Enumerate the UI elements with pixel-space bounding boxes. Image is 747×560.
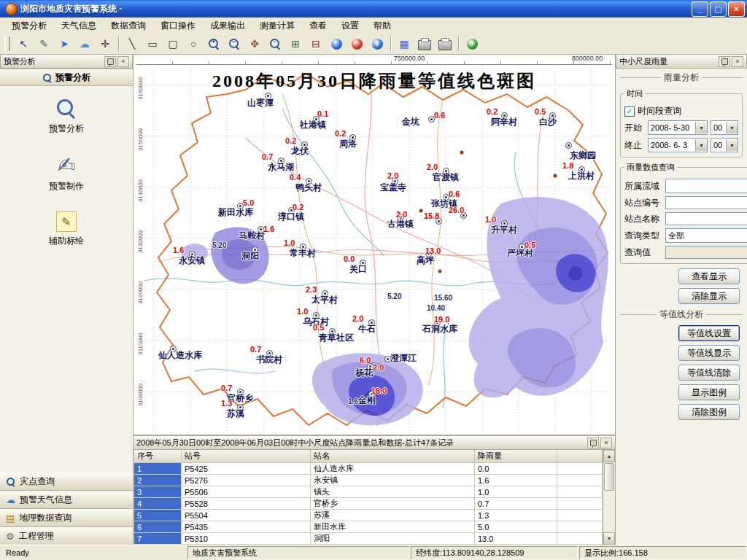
station-marker[interactable] — [565, 142, 572, 149]
fixed-zoom-in-tool-icon[interactable]: ⊞ — [286, 35, 305, 53]
time-range-checkbox[interactable]: ✓ — [624, 106, 635, 117]
left-panel-pin-button[interactable] — [104, 56, 116, 67]
table-row[interactable]: 5P5504苏溪1.3 — [134, 510, 603, 521]
bottom-panel-pin-button[interactable] — [587, 438, 599, 448]
group-bar-灾点查询[interactable]: 灾点查询 — [0, 472, 133, 491]
help-tool-icon[interactable]: ? — [462, 35, 481, 53]
table-row[interactable]: 1P5425仙人造水库0.0 — [134, 463, 603, 475]
station-rainfall-value: 2.0 — [387, 172, 398, 180]
pan-move-tool-icon[interactable]: ✛ — [96, 35, 115, 53]
edit-tool-icon[interactable]: ✎ — [34, 35, 53, 53]
draw-rectangle-tool-icon[interactable]: ▭ — [143, 35, 162, 53]
right-panel-close-button[interactable]: × — [732, 56, 743, 67]
menu-item-窗口操作[interactable]: 窗口操作 — [153, 18, 203, 34]
menu-item-测量计算[interactable]: 测量计算 — [252, 18, 302, 34]
fixed-zoom-out-tool-icon[interactable]: ⊟ — [306, 35, 325, 53]
column-header-序号[interactable]: 序号 — [134, 450, 182, 463]
table-cell — [557, 533, 603, 545]
scroll-up-icon[interactable]: ▲ — [603, 450, 615, 462]
chevron-down-icon[interactable]: ▼ — [726, 122, 738, 133]
scroll-thumb[interactable] — [604, 463, 614, 491]
column-header-blank[interactable] — [557, 450, 603, 463]
station-name-input[interactable] — [665, 212, 747, 225]
menu-item-成果输出[interactable]: 成果输出 — [203, 18, 252, 34]
group-bar-工程管理[interactable]: ⚙工程管理 — [0, 527, 133, 545]
menu-item-查看[interactable]: 查看 — [302, 18, 334, 34]
table-row[interactable]: 2P5276永安镇1.6 — [134, 475, 603, 486]
station-label: 杨花 — [355, 368, 373, 377]
left-tool-辅助标绘[interactable]: ✎辅助标绘 — [34, 211, 99, 247]
station-label: 石洞水库 — [422, 324, 457, 333]
group-bar-label: 地理数据查询 — [19, 512, 71, 524]
draw-roundrect-tool-icon[interactable]: ▢ — [163, 35, 182, 53]
layout-tool-icon[interactable]: ▦ — [395, 35, 414, 53]
basin-select[interactable]: ▼ — [665, 179, 747, 193]
zoom-out-tool-icon[interactable]: − — [225, 35, 244, 53]
minimize-button[interactable]: _ — [692, 1, 708, 17]
zoom-extent-tool-icon[interactable]: ▫ — [266, 35, 285, 53]
close-button[interactable]: × — [728, 1, 745, 17]
station-label: 新田水库 — [218, 208, 253, 217]
group-bar-预警天气信息[interactable]: ☁预警天气信息 — [0, 491, 133, 509]
end-date-select[interactable]: 2008- 6- 3▼ — [648, 138, 708, 152]
info-tool-icon[interactable]: i — [368, 35, 387, 53]
left-panel-close-button[interactable]: × — [117, 56, 129, 67]
left-tool-预警分析[interactable]: 预警分析 — [34, 98, 99, 135]
print-preview-tool-icon[interactable] — [415, 35, 434, 53]
group-bar-地理数据查询[interactable]: ▤地理数据查询 — [0, 509, 133, 527]
query-type-select[interactable]: 全部▼ — [665, 228, 747, 243]
station-rainfall-value: 0.1 — [317, 110, 328, 118]
menu-item-帮助[interactable]: 帮助 — [366, 18, 398, 34]
query-value-input[interactable] — [665, 246, 747, 259]
button-查看显示[interactable]: 查看显示 — [678, 268, 740, 284]
menu-item-数据查询[interactable]: 数据查询 — [104, 18, 153, 34]
chevron-down-icon[interactable]: ▼ — [695, 122, 707, 133]
left-tool-预警制作[interactable]: ✍预警制作 — [34, 154, 99, 192]
globe-tool-icon[interactable] — [327, 35, 346, 53]
warning-analysis-group-header[interactable]: 预警分析 — [0, 69, 133, 86]
pan-view-tool-icon[interactable]: ✥ — [245, 35, 264, 53]
chevron-down-icon[interactable]: ▼ — [726, 139, 738, 151]
identify-tool-icon[interactable] — [347, 35, 366, 53]
draw-ellipse-tool-icon[interactable]: ○ — [184, 35, 203, 53]
button-清除图例[interactable]: 清除图例 — [678, 404, 740, 420]
button-清除显示[interactable]: 清除显示 — [678, 288, 740, 304]
start-hour-select[interactable]: 00▼ — [711, 120, 738, 135]
button-等值线显示[interactable]: 等值线显示 — [678, 345, 740, 361]
draw-line-tool-icon[interactable]: ╲ — [123, 35, 142, 53]
station-id-input[interactable] — [665, 196, 747, 209]
table-row[interactable]: 7P5310洞阳13.0 — [134, 533, 603, 545]
table-row[interactable]: 4P5528官桥乡0.7 — [134, 498, 603, 510]
pick-tool-icon[interactable]: ➤ — [55, 35, 74, 53]
end-hour-select[interactable]: 00▼ — [711, 138, 738, 152]
print-tool-icon[interactable] — [436, 35, 454, 53]
status-bar: Ready 地质灾害预警系统 经纬度:113.809140,28.128509 … — [0, 545, 747, 560]
column-header-降雨量[interactable]: 降雨量 — [475, 450, 557, 463]
menu-item-预警分析[interactable]: 预警分析 — [4, 18, 54, 34]
column-header-站名[interactable]: 站名 — [311, 450, 475, 463]
menu-item-天气信息[interactable]: 天气信息 — [54, 18, 104, 34]
map-canvas[interactable]: 2008年05月30日降雨量等值线色斑图 3160000315000031400… — [136, 65, 612, 432]
start-date-select[interactable]: 2008- 5-30▼ — [648, 120, 708, 135]
zoom-in-tool-icon[interactable]: + — [204, 35, 223, 53]
right-panel-pin-button[interactable] — [719, 56, 730, 67]
button-显示图例[interactable]: 显示图例 — [678, 384, 740, 400]
bottom-panel-close-button[interactable]: × — [600, 438, 612, 448]
group-bar-label: 灾点查询 — [20, 475, 55, 488]
table-scrollbar[interactable]: ▲ ▼ — [603, 450, 615, 545]
column-header-站号[interactable]: 站号 — [182, 450, 311, 463]
station-rainfall-value: 0.2 — [335, 130, 346, 138]
table-row[interactable]: 6P5435新田水库5.0 — [134, 521, 603, 533]
scroll-down-icon[interactable]: ▼ — [603, 532, 615, 545]
menu-item-设置[interactable]: 设置 — [334, 18, 366, 34]
button-等值线设置[interactable]: 等值线设置 — [678, 325, 740, 341]
toolbar-drag-handle[interactable] — [4, 36, 10, 51]
weather-cloud-tool-icon[interactable]: ☁ — [75, 35, 94, 53]
chevron-down-icon[interactable]: ▼ — [695, 139, 707, 151]
map-view[interactable]: 750000.00800000.00 — [133, 54, 616, 435]
button-等值线清除[interactable]: 等值线清除 — [678, 365, 740, 381]
select-tool-icon[interactable]: ↖ — [14, 35, 33, 53]
table-row[interactable]: 3P5506镇头1.0 — [134, 486, 603, 498]
station-data-table[interactable]: 序号站号站名降雨量 1P5425仙人造水库0.02P5276永安镇1.63P55… — [133, 450, 603, 545]
maximize-button[interactable]: ▢ — [710, 1, 727, 17]
